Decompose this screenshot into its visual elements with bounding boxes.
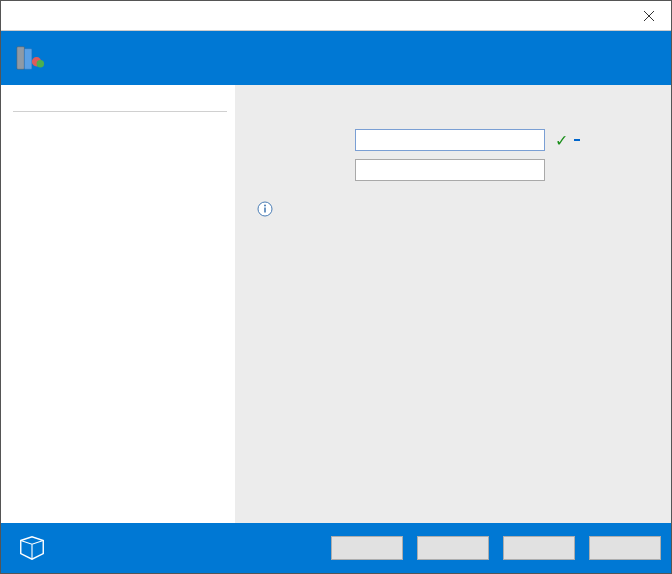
sidebar [1,85,235,523]
cancel-button[interactable] [589,536,661,560]
sidebar-divider [13,111,227,112]
svg-rect-8 [264,208,266,213]
main-panel: ✓ [235,85,671,523]
password-row [257,159,643,181]
info-icon [257,201,273,217]
footer [1,523,671,573]
account-row: ✓ [257,129,643,151]
config-window: ✓ [0,0,672,574]
close-icon [644,11,654,21]
banner [1,31,671,85]
check-icon: ✓ [555,131,568,150]
previous-button[interactable] [331,536,403,560]
test-link[interactable] [574,139,580,141]
info-row [257,201,643,217]
svg-point-5 [37,60,45,68]
password-input[interactable] [355,159,545,181]
close-button[interactable] [626,1,671,30]
body: ✓ [1,85,671,523]
svg-rect-2 [17,47,25,70]
server-icon [15,43,45,73]
account-input[interactable] [355,129,545,151]
svg-rect-3 [24,49,32,70]
review-button[interactable] [503,536,575,560]
next-button[interactable] [417,536,489,560]
devops-logo-icon [17,536,47,560]
svg-point-7 [264,205,266,207]
titlebar [1,1,671,31]
